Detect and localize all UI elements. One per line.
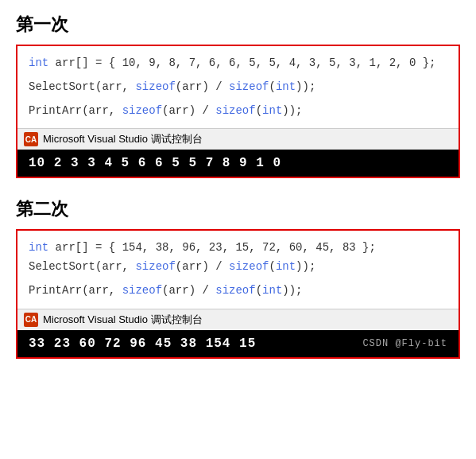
code-line-2-3: PrintArr(arr, sizeof(arr) / sizeof(int))… bbox=[29, 282, 447, 301]
watermark: CSDN @Fly-bit bbox=[362, 338, 447, 349]
console-1-label: Microsoft Visual Studio 调试控制台 bbox=[43, 132, 203, 146]
section-1: 第一次 int arr[] = { 10, 9, 8, 7, 6, 6, 5, … bbox=[16, 13, 460, 178]
console-1-icon: CA bbox=[24, 132, 38, 146]
code-line-2-2: SelectSort(arr, sizeof(arr) / sizeof(int… bbox=[29, 258, 447, 277]
section-2-console-bar: CA Microsoft Visual Studio 调试控制台 bbox=[17, 309, 459, 330]
section-2-title: 第二次 bbox=[16, 197, 460, 221]
code-line-1-1: int arr[] = { 10, 9, 8, 7, 6, 6, 5, 5, 4… bbox=[29, 54, 447, 73]
console-2-icon: CA bbox=[24, 313, 38, 327]
console-2-label: Microsoft Visual Studio 调试控制台 bbox=[43, 313, 203, 327]
section-1-console-output: 10 2 3 3 4 5 6 6 5 5 7 8 9 1 0 bbox=[17, 150, 459, 177]
code-line-1-3: PrintArr(arr, sizeof(arr) / sizeof(int))… bbox=[29, 102, 447, 121]
code-line-2-1: int arr[] = { 154, 38, 96, 23, 15, 72, 6… bbox=[29, 239, 447, 258]
section-1-code-area: int arr[] = { 10, 9, 8, 7, 6, 6, 5, 5, 4… bbox=[17, 46, 459, 128]
code-line-1-2: SelectSort(arr, sizeof(arr) / sizeof(int… bbox=[29, 78, 447, 97]
section-2: 第二次 int arr[] = { 154, 38, 96, 23, 15, 7… bbox=[16, 197, 460, 358]
section-1-code-block: int arr[] = { 10, 9, 8, 7, 6, 6, 5, 5, 4… bbox=[16, 45, 460, 178]
section-1-title: 第一次 bbox=[16, 13, 460, 37]
section-1-console-bar: CA Microsoft Visual Studio 调试控制台 bbox=[17, 128, 459, 150]
section-2-console-output: 33 23 60 72 96 45 38 154 15 CSDN @Fly-bi… bbox=[17, 330, 459, 357]
section-2-code-area: int arr[] = { 154, 38, 96, 23, 15, 72, 6… bbox=[17, 231, 459, 308]
section-2-code-block: int arr[] = { 154, 38, 96, 23, 15, 72, 6… bbox=[16, 229, 460, 358]
